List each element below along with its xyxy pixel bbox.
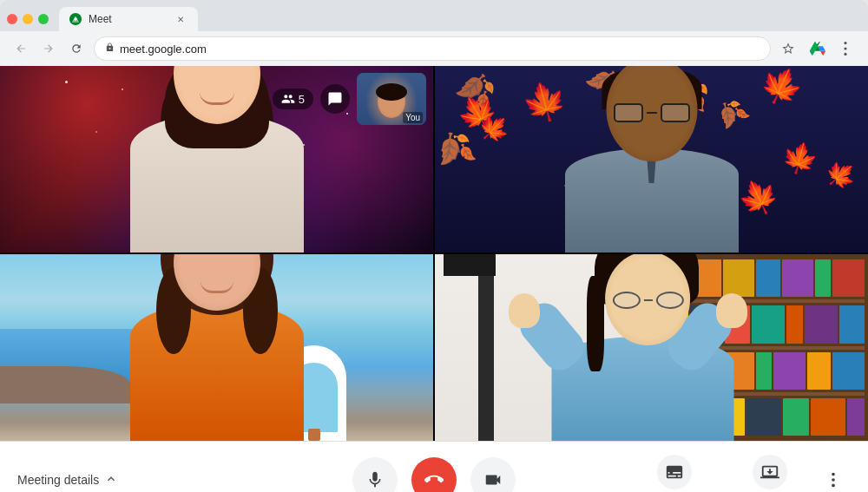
- lock-icon: [105, 42, 115, 56]
- video-overlay-top: 5 You: [273, 73, 426, 125]
- drive-icon-button[interactable]: [806, 36, 830, 61]
- participant-cell-3: [0, 254, 433, 441]
- more-options-button[interactable]: [816, 462, 851, 492]
- svg-point-4: [832, 473, 835, 476]
- participant-3-figure: [0, 254, 433, 441]
- tab-favicon: [69, 13, 82, 25]
- svg-point-5: [832, 478, 835, 482]
- participant-4-figure: [435, 254, 868, 441]
- svg-point-0: [74, 17, 77, 21]
- tab-title: Meet: [89, 13, 112, 25]
- svg-point-2: [844, 47, 846, 49]
- captions-icon: [657, 455, 692, 489]
- meeting-details-label: Meeting details: [17, 473, 99, 487]
- participant-cell-1: 5 You: [0, 66, 433, 253]
- participant-count: 5: [299, 93, 305, 106]
- toolbar-icons: [806, 36, 858, 61]
- present-icon: [753, 455, 787, 489]
- address-bar-row: meet.google.com: [0, 31, 868, 66]
- tab-bar: Meet ✕: [0, 0, 868, 31]
- captions-button[interactable]: Turn on captions: [625, 448, 723, 492]
- svg-point-6: [832, 484, 835, 488]
- browser-window: Meet ✕ meet.google.com: [0, 0, 868, 492]
- microphone-button[interactable]: [352, 457, 398, 492]
- participant-2-figure: [435, 66, 868, 253]
- call-controls: [352, 457, 516, 492]
- meeting-details-button[interactable]: Meeting details: [17, 472, 118, 489]
- address-bar[interactable]: meet.google.com: [94, 36, 771, 61]
- camera-button[interactable]: [470, 457, 516, 492]
- participant-count-button[interactable]: 5: [273, 89, 313, 109]
- self-video-thumbnail[interactable]: You: [357, 73, 426, 125]
- bottom-bar: Meeting details: [0, 441, 868, 492]
- present-button[interactable]: Present now: [730, 448, 809, 492]
- chat-button[interactable]: [320, 84, 350, 114]
- window-controls: [7, 14, 49, 24]
- maximize-button[interactable]: [38, 14, 49, 24]
- video-grid: 5 You: [0, 66, 868, 441]
- self-label: You: [403, 112, 423, 123]
- participant-cell-4: [435, 254, 868, 441]
- close-button[interactable]: [7, 14, 17, 24]
- url-text: meet.google.com: [120, 43, 760, 56]
- svg-point-3: [844, 53, 846, 56]
- bookmark-button[interactable]: [778, 38, 799, 59]
- participant-cell-2: 🍂 🍁 🍂 🍁 🍂 🍁 🍂 🍁 🍂 🍁 🍂 🍁 🍂 🍁: [435, 66, 868, 253]
- tab-close-button[interactable]: ✕: [174, 12, 187, 26]
- svg-point-1: [844, 42, 846, 44]
- refresh-button[interactable]: [66, 38, 87, 59]
- chevron-up-icon: [104, 472, 118, 489]
- end-call-button[interactable]: [411, 457, 457, 492]
- right-controls: Turn on captions Present now: [625, 448, 851, 492]
- back-button[interactable]: [10, 38, 31, 59]
- forward-button[interactable]: [38, 38, 59, 59]
- more-options-button[interactable]: [833, 36, 858, 61]
- meet-app: 5 You: [0, 66, 868, 492]
- browser-tab[interactable]: Meet ✕: [59, 7, 198, 31]
- minimize-button[interactable]: [23, 14, 33, 24]
